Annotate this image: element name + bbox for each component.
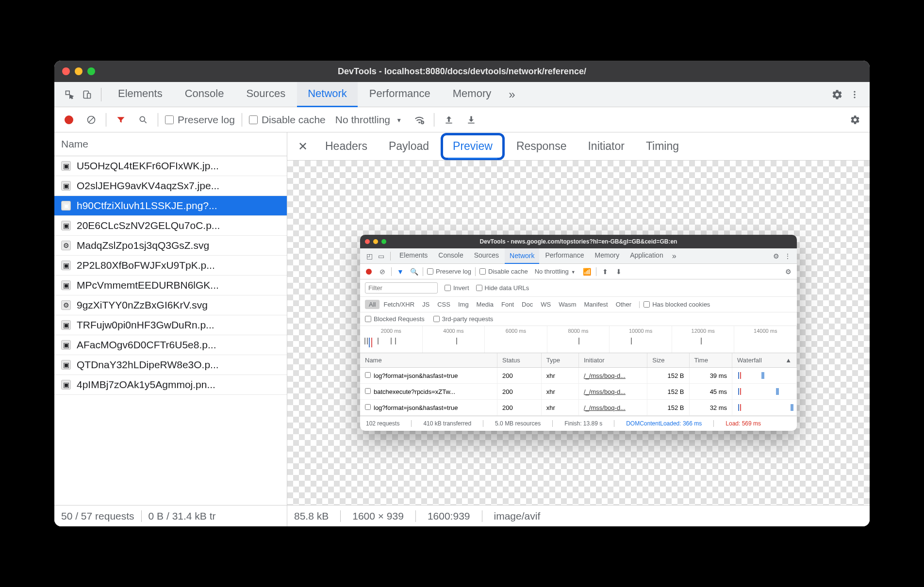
status-load: Load: 569 ms: [726, 420, 761, 427]
status-finish: Finish: 13.89 s: [564, 420, 602, 427]
preview-image: DevTools - news.google.com/topstories?hl…: [360, 235, 797, 431]
file-name: 20E6CLcSzNV2GELQu7oC.p...: [77, 220, 220, 231]
upload-icon: ⬆: [600, 267, 610, 277]
preserve-log-checkbox[interactable]: Preserve log: [165, 114, 235, 126]
svg-line-7: [89, 117, 94, 122]
tab-initiator[interactable]: Initiator: [578, 135, 634, 158]
filter-icon: ▼: [396, 267, 405, 277]
timeline-label: 2000 ms: [381, 328, 401, 334]
tab-preview[interactable]: Preview: [441, 133, 505, 160]
tab-performance[interactable]: Performance: [359, 82, 441, 107]
timeline-label: 10000 ms: [629, 328, 652, 334]
record-button[interactable]: [61, 112, 77, 128]
file-row[interactable]: ▣MPcVmmemtEEDURBN6lGK...: [54, 276, 287, 295]
upload-icon[interactable]: [441, 112, 457, 128]
footer-requests: 50 / 57 requests: [61, 510, 134, 522]
throttling-select[interactable]: No throttling: [332, 114, 405, 126]
file-row[interactable]: ▣20E6CLcSzNV2GELQu7oC.p...: [54, 216, 287, 236]
table-row: batchexecute?rpcids=xZTw...200xhr/_/mss/…: [360, 384, 797, 400]
file-row[interactable]: ⚙MadqZslZpo1sj3qQ3GsZ.svg: [54, 236, 287, 256]
tabs-overflow[interactable]: »: [503, 88, 521, 101]
titlebar: DevTools - localhost:8080/docs/devtools/…: [54, 61, 870, 82]
file-list: ▣U5OHzQL4tEKFr6OFIxWK.jp...▣O2slJEHG9avK…: [54, 156, 287, 505]
separator: [434, 113, 434, 127]
file-icon: ▣: [61, 181, 71, 191]
tab-application: Application: [625, 248, 668, 264]
inspect-icon[interactable]: [61, 86, 78, 103]
type-chip: Doc: [518, 300, 537, 309]
file-icon: ▣: [61, 261, 71, 270]
minimize-window: [373, 239, 378, 244]
tab-performance: Performance: [540, 248, 589, 264]
invert-checkbox: Invert: [445, 284, 469, 292]
settings-icon[interactable]: [847, 112, 863, 128]
file-row[interactable]: ⚙9gzXiTYY0nZzBxGI6KrV.svg: [54, 295, 287, 315]
tab-payload[interactable]: Payload: [379, 135, 439, 158]
search-icon: 🔍: [409, 267, 419, 277]
file-icon: ▣: [61, 280, 71, 290]
disable-cache-checkbox[interactable]: Disable cache: [249, 114, 326, 126]
tab-timing[interactable]: Timing: [636, 135, 689, 158]
download-icon[interactable]: [463, 112, 479, 128]
tab-headers[interactable]: Headers: [315, 135, 377, 158]
more-icon: ⋮: [782, 251, 793, 261]
file-row[interactable]: ▣h90CtfziXluvh1LSSKJE.png?...: [54, 196, 287, 216]
file-row[interactable]: ▣TRFujw0pi0nHF3GwDuRn.p...: [54, 315, 287, 335]
maximize-window[interactable]: [87, 67, 95, 75]
clear-icon[interactable]: [83, 112, 99, 128]
close-icon[interactable]: ✕: [292, 140, 314, 153]
preserve-log-checkbox: Preserve log: [427, 268, 471, 275]
tab-memory[interactable]: Memory: [442, 82, 502, 107]
more-icon[interactable]: [846, 86, 863, 103]
filter-row: Invert Hide data URLs: [360, 279, 797, 297]
has-blocked-cookies-checkbox: Has blocked cookies: [644, 301, 710, 308]
inner-tabbar: ◰ ▭ Elements Console Sources Network Per…: [360, 248, 797, 264]
tab-elements: Elements: [395, 248, 432, 264]
tab-network[interactable]: Network: [297, 82, 358, 107]
file-row[interactable]: ▣O2slJEHG9avKV4aqzSx7.jpe...: [54, 176, 287, 196]
timeline-label: 6000 ms: [506, 328, 526, 334]
file-name: U5OHzQL4tEKFr6OFIxWK.jp...: [77, 160, 219, 172]
footer-right: 85.8 kB 1600 × 939 1600:939 image/avif: [287, 505, 870, 526]
column-header: Initiator: [578, 353, 647, 368]
tab-sources[interactable]: Sources: [235, 82, 296, 107]
device-icon[interactable]: [79, 86, 95, 103]
timeline-label: 8000 ms: [568, 328, 588, 334]
inner-title: DevTools - news.google.com/topstories?hl…: [365, 238, 792, 245]
column-header: Type: [541, 353, 578, 368]
type-chip: Manifest: [580, 300, 611, 309]
file-row[interactable]: ▣2P2L80XfBoFWJFxU9TpK.p...: [54, 256, 287, 276]
clear-icon: ⊘: [378, 267, 387, 277]
close-window[interactable]: [62, 67, 70, 75]
tab-network: Network: [505, 248, 539, 264]
file-name: 2P2L80XfBoFWJFxU9TpK.p...: [77, 260, 215, 271]
status-bar: 102 requests 410 kB transferred 5.0 MB r…: [360, 416, 797, 431]
settings-icon[interactable]: [829, 86, 845, 103]
file-row[interactable]: ▣QTDnaY32hLDipeRW8e3O.p...: [54, 355, 287, 375]
svg-point-4: [854, 94, 855, 95]
type-chip: Font: [497, 300, 518, 309]
file-row[interactable]: ▣4pIMBj7zOAk1y5Agmmoj.pn...: [54, 375, 287, 395]
file-row[interactable]: ▣U5OHzQL4tEKFr6OFIxWK.jp...: [54, 156, 287, 176]
tab-response[interactable]: Response: [507, 135, 577, 158]
request-sidebar: Name ▣U5OHzQL4tEKFr6OFIxWK.jp...▣O2slJEH…: [54, 132, 287, 505]
footer-ratio: 1600:939: [428, 510, 470, 522]
type-filter: AllFetch/XHRJSCSSImgMediaFontDocWSWasmMa…: [360, 297, 797, 312]
sidebar-header[interactable]: Name: [54, 132, 287, 156]
tab-console[interactable]: Console: [174, 82, 235, 107]
minimize-window[interactable]: [75, 67, 82, 75]
status-requests: 102 requests: [366, 420, 399, 427]
detail-pane: ✕ Headers Payload Preview Response Initi…: [287, 132, 870, 505]
search-icon[interactable]: [135, 112, 151, 128]
svg-point-3: [854, 91, 855, 92]
filter-icon[interactable]: [113, 112, 129, 128]
disable-cache-label: Disable cache: [262, 114, 326, 126]
footer-size: 85.8 kB: [294, 510, 329, 522]
tab-console: Console: [433, 248, 468, 264]
file-row[interactable]: ▣AFacMOgv6D0CFTr6U5e8.p...: [54, 335, 287, 355]
type-chip: Media: [473, 300, 497, 309]
wifi-icon[interactable]: [412, 112, 427, 128]
footer-left: 50 / 57 requests 0 B / 31.4 kB tr: [54, 505, 287, 526]
window-title: DevTools - localhost:8080/docs/devtools/…: [62, 66, 862, 77]
tab-elements[interactable]: Elements: [107, 82, 173, 107]
